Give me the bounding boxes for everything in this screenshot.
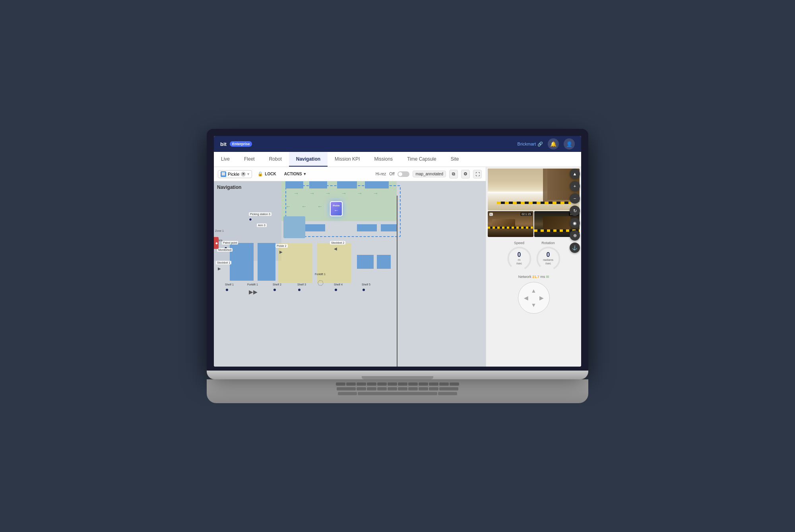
warehouse-camera-view: ⊞ — [488, 169, 580, 210]
tab-missions[interactable]: Missions — [367, 152, 400, 167]
tab-mission-kpi[interactable]: Mission KPI — [328, 152, 367, 167]
keyboard-row-3 — [223, 392, 572, 395]
robot-name: Pickle — [228, 172, 239, 177]
camera-thumb-1[interactable]: 02:1:15 L — [488, 211, 533, 237]
network-label: Network — [518, 275, 531, 279]
user-menu-button[interactable]: 👤 — [564, 138, 575, 150]
hirez-toggle[interactable] — [398, 171, 409, 177]
actions-button[interactable]: ACTIONS ▾ — [282, 171, 308, 177]
key-wide — [439, 387, 458, 390]
arm3-area — [283, 216, 305, 238]
tab-time-capsule[interactable]: Time Capsule — [400, 152, 444, 167]
tab-robot[interactable]: Robot — [262, 152, 289, 167]
tab-site[interactable]: Site — [444, 152, 466, 167]
speed-gauge: 0 m/sec — [506, 246, 532, 272]
shelf-bottom-4 — [381, 224, 398, 231]
external-link-icon: 🔗 — [537, 142, 543, 147]
speed-gauge-value: 0 m/sec — [516, 252, 522, 266]
toolbar-right: Hi-rez Off map_annotated ⧉ ⚙ ⛶ — [376, 170, 482, 179]
picking-station-pin — [249, 218, 252, 221]
picking-station-label: Picking station 3 — [249, 212, 271, 216]
key — [388, 382, 397, 386]
map-canvas[interactable]: → → → → → → ← ← ← ← — [214, 181, 486, 367]
patrol-point-label: Patrol point — [222, 241, 238, 245]
zoom-in-button[interactable]: + — [570, 181, 580, 191]
cam1-label-badge: L — [489, 213, 493, 216]
copy-map-button[interactable]: ⧉ — [449, 170, 458, 179]
rotation-label: Rotation — [541, 241, 555, 245]
shelf1-label: Shelf 1 — [225, 283, 234, 286]
top-bar-right: Brickmart 🔗 🔔 👤 — [518, 138, 575, 150]
lock-label: LOCK — [265, 172, 276, 176]
shelf2-pin — [273, 289, 276, 291]
controls-panel: Speed 0 m/sec — [486, 239, 581, 367]
stockbot1-arrow-icon: ▶ — [218, 266, 221, 271]
brickmart-text: Brickmart — [518, 142, 536, 146]
zoom-out-button[interactable]: − — [570, 193, 580, 204]
joystick-left-icon: ◀ — [524, 295, 528, 301]
speed-gauge-container: Speed 0 m/sec — [506, 241, 532, 272]
map-inner: → → → → → → ← ← ← ← — [214, 181, 486, 367]
location-button[interactable]: ◉ — [570, 218, 580, 228]
content-area: Navigation ⬜ Pickle ✕ ▾ 🔒 LOCK — [214, 167, 581, 367]
brickmart-label[interactable]: Brickmart 🔗 — [518, 142, 543, 147]
shelf4-pin — [335, 289, 337, 291]
settings-button[interactable]: ⚙ — [461, 170, 470, 179]
joystick-control[interactable]: ▲ ▼ ◀ ▶ — [518, 282, 550, 314]
key — [336, 382, 345, 386]
key — [429, 387, 438, 390]
joystick-up-icon: ▲ — [531, 288, 537, 293]
key — [367, 382, 376, 386]
pickle2-play-icon: ▶ — [279, 250, 283, 254]
shelf3-pin — [298, 289, 301, 291]
key-fn-right — [438, 392, 457, 395]
hirez-state: Off — [389, 172, 394, 176]
shelf3-label: Shelf 3 — [297, 283, 306, 286]
lock-button[interactable]: 🔒 LOCK — [255, 171, 278, 177]
select-arrow-icon: ▾ — [247, 172, 249, 176]
key — [357, 382, 366, 386]
network-ms-unit: ms — [540, 275, 545, 279]
shelf2-label: Shelf 2 — [273, 283, 281, 286]
laptop-keyboard — [207, 379, 588, 403]
rotation-gauge-container: Rotation 0 radians/sec — [535, 241, 561, 272]
target-button[interactable]: ⊕ — [570, 230, 580, 241]
key — [439, 382, 449, 386]
camera-thumbnail-row: 02:1:15 L 06:54 — [488, 211, 580, 237]
map-name-select[interactable]: map_annotated — [413, 171, 446, 177]
anchor-button[interactable]: ⚓ — [570, 243, 580, 253]
tab-fleet[interactable]: Fleet — [237, 152, 262, 167]
rotate-button[interactable]: ↻ — [570, 206, 580, 216]
camera-feeds: ⊞ — [486, 167, 581, 239]
app-container: bit Enterprise Brickmart 🔗 🔔 👤 Live — [214, 136, 581, 367]
speed-label: Speed — [514, 241, 524, 245]
rotation-gauge-value: 0 radians/sec — [543, 252, 553, 266]
shelf-block-2 — [309, 181, 327, 188]
main-camera-feed[interactable]: ⊞ — [488, 169, 580, 210]
home-button[interactable]: ▲ — [570, 169, 580, 179]
key-wide — [337, 387, 356, 390]
laptop-base — [207, 371, 588, 379]
tab-navigation[interactable]: Navigation — [289, 152, 328, 167]
fullscreen-button[interactable]: ⛶ — [473, 170, 482, 179]
remove-robot-button[interactable]: ✕ — [241, 172, 246, 177]
left-marker: ◆ — [214, 237, 219, 249]
actions-arrow-icon: ▾ — [304, 171, 306, 177]
robot-selector[interactable]: ⬜ Pickle ✕ ▾ — [218, 170, 252, 178]
key — [357, 387, 366, 390]
shelf-block-4 — [365, 181, 389, 188]
side-control-buttons: ▲ + − ↻ ◉ ⊕ ⚓ — [568, 167, 581, 254]
shelf-block-3 — [337, 181, 357, 188]
stockbot1-label: Stockbot 1 — [216, 261, 231, 264]
key — [377, 387, 387, 390]
keyboard-row-1 — [223, 382, 572, 386]
notifications-button[interactable]: 🔔 — [548, 138, 559, 150]
tab-live[interactable]: Live — [214, 152, 237, 167]
map-toolbar: ⬜ Pickle ✕ ▾ 🔒 LOCK ACTIONS — [214, 167, 486, 181]
shelf-detail-2 — [543, 216, 570, 229]
robot-marker[interactable]: Pickle ← — [330, 201, 343, 216]
key — [398, 382, 407, 386]
floor-stripe-main — [497, 202, 570, 204]
app-logo: bit — [220, 141, 227, 147]
joystick-area: ▲ ▼ ◀ ▶ — [489, 282, 578, 314]
